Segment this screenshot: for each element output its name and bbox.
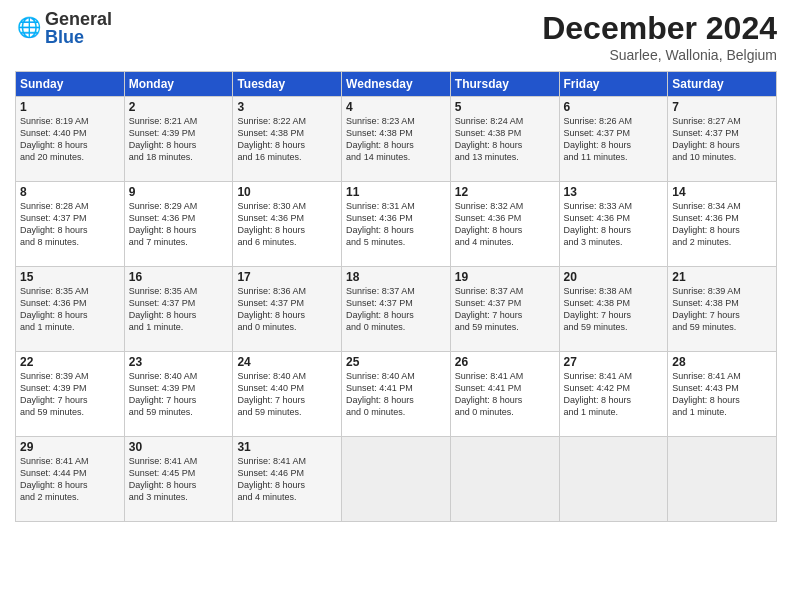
cell-info: Sunrise: 8:41 AMSunset: 4:43 PMDaylight:… bbox=[672, 371, 741, 417]
day-number: 9 bbox=[129, 185, 229, 199]
cell-info: Sunrise: 8:37 AMSunset: 4:37 PMDaylight:… bbox=[346, 286, 415, 332]
day-number: 29 bbox=[20, 440, 120, 454]
cell-info: Sunrise: 8:27 AMSunset: 4:37 PMDaylight:… bbox=[672, 116, 741, 162]
cell-info: Sunrise: 8:41 AMSunset: 4:46 PMDaylight:… bbox=[237, 456, 306, 502]
table-row: 13Sunrise: 8:33 AMSunset: 4:36 PMDayligh… bbox=[559, 182, 668, 267]
table-row bbox=[450, 437, 559, 522]
table-row: 16Sunrise: 8:35 AMSunset: 4:37 PMDayligh… bbox=[124, 267, 233, 352]
table-row: 9Sunrise: 8:29 AMSunset: 4:36 PMDaylight… bbox=[124, 182, 233, 267]
col-saturday: Saturday bbox=[668, 72, 777, 97]
cell-info: Sunrise: 8:41 AMSunset: 4:41 PMDaylight:… bbox=[455, 371, 524, 417]
table-row: 27Sunrise: 8:41 AMSunset: 4:42 PMDayligh… bbox=[559, 352, 668, 437]
day-number: 14 bbox=[672, 185, 772, 199]
table-row bbox=[342, 437, 451, 522]
table-row: 4Sunrise: 8:23 AMSunset: 4:38 PMDaylight… bbox=[342, 97, 451, 182]
day-number: 22 bbox=[20, 355, 120, 369]
logo-text: General Blue bbox=[45, 10, 112, 46]
cell-info: Sunrise: 8:19 AMSunset: 4:40 PMDaylight:… bbox=[20, 116, 89, 162]
table-row: 21Sunrise: 8:39 AMSunset: 4:38 PMDayligh… bbox=[668, 267, 777, 352]
calendar-week-row: 1Sunrise: 8:19 AMSunset: 4:40 PMDaylight… bbox=[16, 97, 777, 182]
cell-info: Sunrise: 8:41 AMSunset: 4:45 PMDaylight:… bbox=[129, 456, 198, 502]
calendar-header-row: Sunday Monday Tuesday Wednesday Thursday… bbox=[16, 72, 777, 97]
table-row: 31Sunrise: 8:41 AMSunset: 4:46 PMDayligh… bbox=[233, 437, 342, 522]
page: 🌐 General Blue December 2024 Suarlee, Wa… bbox=[0, 0, 792, 612]
day-number: 7 bbox=[672, 100, 772, 114]
table-row: 7Sunrise: 8:27 AMSunset: 4:37 PMDaylight… bbox=[668, 97, 777, 182]
month-title: December 2024 bbox=[542, 10, 777, 47]
header: 🌐 General Blue December 2024 Suarlee, Wa… bbox=[15, 10, 777, 63]
day-number: 1 bbox=[20, 100, 120, 114]
table-row: 18Sunrise: 8:37 AMSunset: 4:37 PMDayligh… bbox=[342, 267, 451, 352]
col-monday: Monday bbox=[124, 72, 233, 97]
day-number: 24 bbox=[237, 355, 337, 369]
table-row: 20Sunrise: 8:38 AMSunset: 4:38 PMDayligh… bbox=[559, 267, 668, 352]
cell-info: Sunrise: 8:22 AMSunset: 4:38 PMDaylight:… bbox=[237, 116, 306, 162]
cell-info: Sunrise: 8:40 AMSunset: 4:41 PMDaylight:… bbox=[346, 371, 415, 417]
day-number: 16 bbox=[129, 270, 229, 284]
cell-info: Sunrise: 8:39 AMSunset: 4:38 PMDaylight:… bbox=[672, 286, 741, 332]
day-number: 26 bbox=[455, 355, 555, 369]
cell-info: Sunrise: 8:21 AMSunset: 4:39 PMDaylight:… bbox=[129, 116, 198, 162]
title-block: December 2024 Suarlee, Wallonia, Belgium bbox=[542, 10, 777, 63]
table-row: 30Sunrise: 8:41 AMSunset: 4:45 PMDayligh… bbox=[124, 437, 233, 522]
table-row: 3Sunrise: 8:22 AMSunset: 4:38 PMDaylight… bbox=[233, 97, 342, 182]
day-number: 27 bbox=[564, 355, 664, 369]
cell-info: Sunrise: 8:24 AMSunset: 4:38 PMDaylight:… bbox=[455, 116, 524, 162]
table-row: 19Sunrise: 8:37 AMSunset: 4:37 PMDayligh… bbox=[450, 267, 559, 352]
calendar-week-row: 22Sunrise: 8:39 AMSunset: 4:39 PMDayligh… bbox=[16, 352, 777, 437]
day-number: 20 bbox=[564, 270, 664, 284]
day-number: 18 bbox=[346, 270, 446, 284]
day-number: 30 bbox=[129, 440, 229, 454]
location-subtitle: Suarlee, Wallonia, Belgium bbox=[542, 47, 777, 63]
cell-info: Sunrise: 8:32 AMSunset: 4:36 PMDaylight:… bbox=[455, 201, 524, 247]
day-number: 4 bbox=[346, 100, 446, 114]
day-number: 31 bbox=[237, 440, 337, 454]
col-wednesday: Wednesday bbox=[342, 72, 451, 97]
col-tuesday: Tuesday bbox=[233, 72, 342, 97]
table-row: 15Sunrise: 8:35 AMSunset: 4:36 PMDayligh… bbox=[16, 267, 125, 352]
cell-info: Sunrise: 8:41 AMSunset: 4:44 PMDaylight:… bbox=[20, 456, 89, 502]
table-row: 6Sunrise: 8:26 AMSunset: 4:37 PMDaylight… bbox=[559, 97, 668, 182]
cell-info: Sunrise: 8:35 AMSunset: 4:36 PMDaylight:… bbox=[20, 286, 89, 332]
day-number: 12 bbox=[455, 185, 555, 199]
table-row: 28Sunrise: 8:41 AMSunset: 4:43 PMDayligh… bbox=[668, 352, 777, 437]
table-row: 14Sunrise: 8:34 AMSunset: 4:36 PMDayligh… bbox=[668, 182, 777, 267]
table-row: 25Sunrise: 8:40 AMSunset: 4:41 PMDayligh… bbox=[342, 352, 451, 437]
table-row: 24Sunrise: 8:40 AMSunset: 4:40 PMDayligh… bbox=[233, 352, 342, 437]
cell-info: Sunrise: 8:28 AMSunset: 4:37 PMDaylight:… bbox=[20, 201, 89, 247]
day-number: 3 bbox=[237, 100, 337, 114]
table-row bbox=[668, 437, 777, 522]
col-friday: Friday bbox=[559, 72, 668, 97]
cell-info: Sunrise: 8:35 AMSunset: 4:37 PMDaylight:… bbox=[129, 286, 198, 332]
logo-icon: 🌐 bbox=[17, 14, 45, 42]
cell-info: Sunrise: 8:41 AMSunset: 4:42 PMDaylight:… bbox=[564, 371, 633, 417]
cell-info: Sunrise: 8:26 AMSunset: 4:37 PMDaylight:… bbox=[564, 116, 633, 162]
logo: 🌐 General Blue bbox=[15, 10, 112, 46]
calendar-week-row: 29Sunrise: 8:41 AMSunset: 4:44 PMDayligh… bbox=[16, 437, 777, 522]
svg-text:🌐: 🌐 bbox=[17, 15, 42, 39]
logo-line1: General bbox=[45, 10, 112, 28]
day-number: 17 bbox=[237, 270, 337, 284]
day-number: 25 bbox=[346, 355, 446, 369]
day-number: 2 bbox=[129, 100, 229, 114]
table-row: 17Sunrise: 8:36 AMSunset: 4:37 PMDayligh… bbox=[233, 267, 342, 352]
cell-info: Sunrise: 8:29 AMSunset: 4:36 PMDaylight:… bbox=[129, 201, 198, 247]
table-row: 29Sunrise: 8:41 AMSunset: 4:44 PMDayligh… bbox=[16, 437, 125, 522]
day-number: 10 bbox=[237, 185, 337, 199]
cell-info: Sunrise: 8:40 AMSunset: 4:39 PMDaylight:… bbox=[129, 371, 198, 417]
table-row: 26Sunrise: 8:41 AMSunset: 4:41 PMDayligh… bbox=[450, 352, 559, 437]
table-row: 23Sunrise: 8:40 AMSunset: 4:39 PMDayligh… bbox=[124, 352, 233, 437]
calendar-week-row: 15Sunrise: 8:35 AMSunset: 4:36 PMDayligh… bbox=[16, 267, 777, 352]
cell-info: Sunrise: 8:33 AMSunset: 4:36 PMDaylight:… bbox=[564, 201, 633, 247]
day-number: 28 bbox=[672, 355, 772, 369]
col-sunday: Sunday bbox=[16, 72, 125, 97]
day-number: 21 bbox=[672, 270, 772, 284]
table-row: 1Sunrise: 8:19 AMSunset: 4:40 PMDaylight… bbox=[16, 97, 125, 182]
logo-line2: Blue bbox=[45, 28, 112, 46]
day-number: 8 bbox=[20, 185, 120, 199]
cell-info: Sunrise: 8:31 AMSunset: 4:36 PMDaylight:… bbox=[346, 201, 415, 247]
table-row bbox=[559, 437, 668, 522]
cell-info: Sunrise: 8:30 AMSunset: 4:36 PMDaylight:… bbox=[237, 201, 306, 247]
cell-info: Sunrise: 8:38 AMSunset: 4:38 PMDaylight:… bbox=[564, 286, 633, 332]
table-row: 10Sunrise: 8:30 AMSunset: 4:36 PMDayligh… bbox=[233, 182, 342, 267]
